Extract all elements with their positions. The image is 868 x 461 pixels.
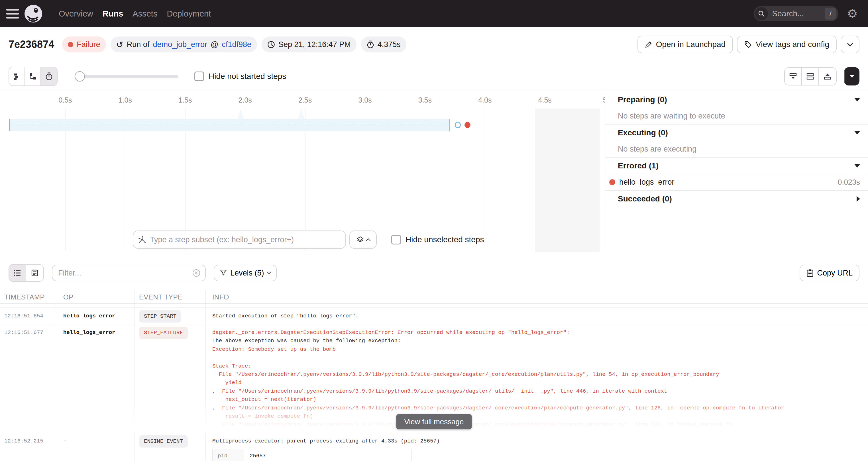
stack-trace-line: , File "/Users/erincochran/.pyenv/versio…: [212, 404, 868, 412]
dock-bottom-button[interactable]: [785, 68, 802, 85]
log-list-view-button[interactable]: [9, 265, 26, 281]
panel-section-errored[interactable]: Errored (1): [605, 158, 868, 174]
axis-gridline: [485, 109, 485, 251]
run-started-tag: Sep 21, 12:16:47 PM: [261, 36, 356, 53]
log-info-text: Started execution of step "hello_logs_er…: [212, 313, 359, 319]
step-error-dot-icon: [609, 179, 615, 185]
run-of-tag: ↺ Run of demo_job_error @ cf1df98e: [111, 36, 257, 53]
job-link[interactable]: demo_job_error: [153, 40, 207, 49]
stopwatch-icon: [45, 72, 53, 81]
run-duration-label: 4.375s: [378, 40, 401, 49]
gantt-chart: 0.5s1.0s1.5s2.0s2.5s3.0s3.5s4.0s4.5s5: [0, 91, 605, 255]
chevron-down-icon: [854, 131, 860, 134]
run-logs-section: Levels (5) Copy URL TIMESTAMP OP EVENT T…: [0, 255, 868, 461]
open-in-launchpad-label: Open in Launchpad: [656, 40, 725, 49]
chevron-right-icon: [857, 196, 860, 202]
preparing-label: Preparing (0): [618, 95, 667, 104]
log-structured-view-button[interactable]: [26, 265, 43, 281]
view-mode-flat-button[interactable]: [9, 67, 25, 86]
copy-url-label: Copy URL: [817, 269, 852, 278]
dock-top-button[interactable]: [819, 68, 836, 85]
step-subset-input[interactable]: [150, 235, 341, 244]
run-steps-panel: Preparing (0) No steps are waiting to ex…: [605, 91, 868, 255]
error-line: dagster._core.errors.DagsterExecutionSte…: [212, 329, 868, 337]
chevron-down-icon: [854, 164, 860, 167]
snapshot-link[interactable]: cf1df98e: [222, 40, 251, 49]
log-row-engine-event[interactable]: 12:16:52.215 - ENGINE_EVENT Multiprocess…: [0, 433, 868, 461]
gantt-view-mode-group: [8, 67, 58, 86]
dagster-logo-icon[interactable]: [24, 4, 43, 23]
panel-section-executing[interactable]: Executing (0): [605, 124, 868, 141]
clear-filter-icon[interactable]: [192, 269, 200, 277]
nav-item-assets[interactable]: Assets: [132, 9, 157, 19]
errored-label: Errored (1): [618, 161, 658, 171]
view-tags-config-button[interactable]: View tags and config: [737, 36, 837, 53]
dagster-run-page: Overview Runs Assets Deployment Search..…: [0, 0, 868, 461]
view-mode-waterfall-button[interactable]: [25, 67, 41, 86]
run-status-label: Failure: [76, 40, 100, 49]
stack-trace-line: , File "/Users/erincochran/.pyenv/versio…: [212, 387, 868, 396]
errored-step-row[interactable]: hello_logs_error 0.023s: [605, 174, 868, 191]
preparing-empty-text: No steps are waiting to execute: [618, 112, 725, 121]
col-info: INFO: [206, 291, 868, 303]
run-actions-dropdown-button[interactable]: [841, 36, 860, 53]
zoom-slider[interactable]: [75, 71, 178, 82]
chevron-down-icon: [267, 270, 271, 274]
hide-not-started-checkbox[interactable]: [194, 71, 204, 81]
log-timestamp: 12:16:52.215: [0, 433, 57, 461]
graph-query-toggle-button[interactable]: [349, 230, 377, 249]
stack-trace-line: next_output = next(iterator): [212, 396, 868, 404]
metadata-value: 25657: [244, 449, 411, 461]
log-filter-input[interactable]: [58, 269, 192, 278]
at-symbol: @: [211, 40, 218, 49]
list-view-icon: [13, 270, 21, 276]
chevron-up-icon: [366, 238, 370, 243]
log-timestamp: 12:16:51.677: [0, 324, 57, 432]
slider-knob[interactable]: [75, 71, 85, 82]
open-in-launchpad-button[interactable]: Open in Launchpad: [638, 36, 733, 53]
step-failure-dot[interactable]: [464, 122, 470, 128]
nav-item-deployment[interactable]: Deployment: [167, 9, 211, 19]
tag-icon: [744, 41, 752, 49]
split-view-button[interactable]: [802, 68, 819, 85]
axis-tick-label: 5: [603, 96, 605, 104]
step-start-marker[interactable]: [455, 122, 461, 128]
stack-trace-line: yield: [212, 379, 868, 387]
settings-gear-icon[interactable]: ⚙: [847, 8, 858, 20]
search-icon: [755, 7, 768, 20]
stack-trace-line: File "/Users/erincochran/.pyenv/versions…: [212, 370, 868, 379]
view-mode-timed-button[interactable]: [41, 67, 57, 86]
axis-tick-label: 2.5s: [298, 96, 312, 104]
clock-icon: [267, 41, 275, 49]
copy-url-button[interactable]: Copy URL: [800, 265, 860, 281]
dock-top-icon: [824, 73, 832, 80]
nav-item-overview[interactable]: Overview: [59, 9, 93, 19]
slider-track[interactable]: [75, 75, 178, 78]
error-line: [212, 354, 868, 362]
dock-bottom-icon: [789, 73, 797, 80]
hamburger-menu-icon[interactable]: [6, 9, 19, 19]
nav-item-runs[interactable]: Runs: [102, 9, 123, 19]
axis-tick-label: 3.5s: [418, 96, 432, 104]
panel-section-preparing[interactable]: Preparing (0): [605, 91, 868, 108]
axis-tick-label: 4.0s: [478, 96, 492, 104]
reexecute-dropdown-button[interactable]: [844, 67, 860, 86]
run-status-badge: Failure: [62, 36, 106, 53]
panel-section-succeeded[interactable]: Succeeded (0): [605, 191, 868, 207]
log-row-step-start[interactable]: 12:16:51.654 hello_logs_error STEP_START…: [0, 308, 868, 324]
global-search[interactable]: Search... /: [754, 6, 838, 21]
reexecute-all-button[interactable]: Re-execute all (*): [844, 67, 860, 86]
hide-unselected-checkbox[interactable]: [391, 235, 401, 244]
log-levels-dropdown[interactable]: Levels (5): [214, 265, 277, 281]
layers-icon: [356, 236, 364, 243]
run-duration-tag: 4.375s: [361, 36, 406, 53]
event-metadata-table: pid 25657: [212, 449, 412, 461]
run-id-title: 7e236874: [8, 38, 54, 51]
event-type-badge: ENGINE_EVENT: [139, 435, 188, 448]
hide-unselected-label: Hide unselected steps: [405, 235, 484, 244]
view-full-message-button[interactable]: View full message: [396, 414, 472, 429]
errored-step-name[interactable]: hello_logs_error: [619, 178, 675, 187]
error-line: Stack Trace:: [212, 362, 868, 370]
after-run-end-band: [535, 109, 599, 252]
executing-empty-text: No steps are executing: [618, 145, 696, 154]
